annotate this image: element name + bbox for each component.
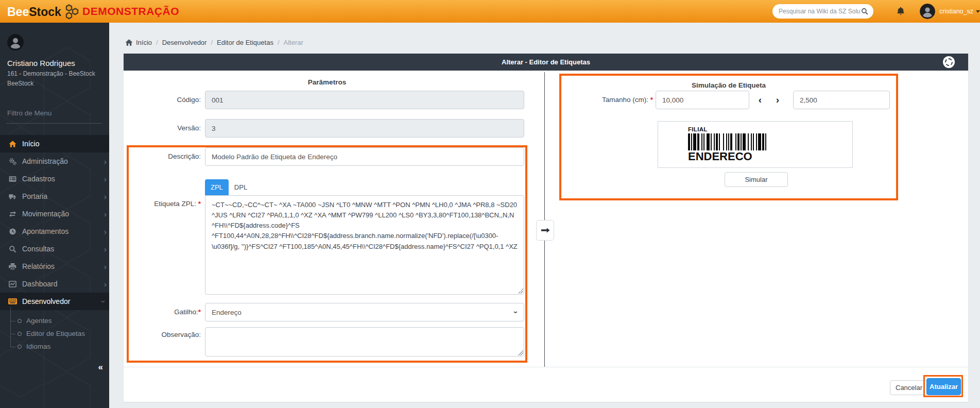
menu-filter-input[interactable]	[6, 107, 102, 124]
required-asterisk: *	[650, 96, 653, 104]
breadcrumb-link-desenvolvedor[interactable]: Desenvolvedor	[162, 39, 207, 46]
printer-icon	[7, 263, 18, 270]
environment-label: DEMONSTRAÇÃO	[82, 5, 179, 18]
panel-divider	[544, 72, 545, 367]
user-menu[interactable]: cristiano_sz	[939, 8, 980, 15]
chevron-right-button[interactable]: ›	[771, 91, 784, 109]
label-language-tabs: ZPL DPL	[205, 179, 253, 195]
sidebar-item-inicio[interactable]: Início	[0, 135, 109, 152]
versao-label: Versão:	[124, 119, 201, 138]
breadcrumb-separator: /	[278, 39, 280, 46]
descricao-label: Descrição:	[124, 147, 201, 166]
circle-bullet-icon	[18, 332, 22, 336]
editor-card: Alterar - Editor de Etiquetas Parâmetros…	[124, 54, 968, 402]
update-button[interactable]: Atualizar	[926, 378, 961, 395]
required-asterisk: *	[198, 200, 201, 208]
sidebar-item-label: Portaria	[22, 192, 47, 200]
sidebar-item-label: Cadastros	[22, 175, 55, 183]
sidebar-item-consultas[interactable]: Consultas›	[0, 240, 109, 258]
sidebar-item-portaria[interactable]: Portaria›	[0, 188, 109, 205]
sidebar: Cristiano Rodrigues 161 - Demonstração -…	[0, 23, 109, 408]
simulate-button[interactable]: Simular	[725, 172, 788, 187]
breadcrumb-link-editor-de-etiquetas[interactable]: Editor de Etiquetas	[217, 39, 273, 46]
sidebar-subitem-editor-de-etiquetas[interactable]: Editor de Etiquetas	[10, 327, 109, 340]
sidebar-user-card: Cristiano Rodrigues 161 - Demonstração -…	[7, 34, 95, 87]
sidebar-item-desenvolvedor[interactable]: Desenvolvedor›	[0, 293, 109, 310]
chevron-down-icon: ›	[512, 311, 521, 314]
chevron-right-icon: ›	[104, 245, 107, 253]
globe-icon[interactable]	[943, 56, 955, 68]
sidebar-item-label: Relatórios	[22, 262, 55, 270]
home-icon	[7, 140, 18, 148]
user-menu-label: cristiano_sz	[939, 8, 973, 15]
chart-icon	[7, 280, 18, 288]
notifications-bell-icon[interactable]	[896, 6, 905, 18]
sidebar-subitem-label: Agentes	[26, 317, 52, 325]
caret-down-icon	[976, 10, 980, 13]
required-asterisk: *	[198, 308, 201, 316]
sidebar-item-cadastros[interactable]: Cadastros›	[0, 170, 109, 188]
label-height-field[interactable]	[793, 91, 890, 109]
transfer-arrow-button[interactable]	[536, 220, 554, 241]
sidebar-user-avatar	[7, 34, 24, 50]
tab-dpl[interactable]: DPL	[229, 179, 253, 195]
gatilho-select[interactable]: Endereço ›	[205, 303, 524, 321]
user-avatar[interactable]	[920, 4, 935, 19]
sidebar-user-company: 161 - Demonstração - BeeStock	[7, 70, 95, 77]
sidebar-subitem-agentes[interactable]: Agentes	[10, 314, 109, 327]
chevron-left-button[interactable]: ‹	[754, 91, 766, 109]
clock-icon	[7, 228, 18, 235]
sidebar-user-system: BeeStock	[7, 80, 95, 87]
observacao-textarea[interactable]	[205, 327, 524, 356]
breadcrumb-link-inicio[interactable]: Início	[125, 39, 152, 46]
chevron-right-icon: ›	[104, 228, 107, 235]
versao-field	[205, 119, 524, 138]
sidebar-submenu-desenvolvedor: AgentesEditor de EtiquetasIdiomas	[10, 310, 109, 353]
brand-logo[interactable]: BeeStock	[7, 4, 81, 20]
barcode-image	[688, 133, 772, 150]
sidebar-subitem-idiomas[interactable]: Idiomas	[10, 340, 109, 353]
codigo-label: Código:	[124, 91, 201, 109]
sidebar-item-relatorios[interactable]: Relatórios›	[0, 258, 109, 275]
chevron-right-icon: ›	[104, 263, 107, 270]
home-icon	[125, 39, 133, 46]
breadcrumb-current: Alterar	[284, 39, 303, 46]
sidebar-item-apontamentos[interactable]: Apontamentos›	[0, 223, 109, 240]
zpl-code-textarea[interactable]: ~CT~~CD,~CC^~CT~ ^XA ~TA000 ~JSN ^LT0 ^M…	[205, 195, 524, 295]
breadcrumb-separator: /	[211, 39, 213, 46]
chevron-right-icon: ›	[104, 158, 107, 165]
honeycomb-icon	[64, 4, 81, 20]
top-header: BeeStock DEMONSTRAÇÃO cristiano_sz	[0, 0, 980, 23]
chevron-right-icon: ›	[104, 280, 107, 288]
tab-zpl[interactable]: ZPL	[205, 179, 229, 195]
sidebar-item-label: Início	[22, 140, 39, 148]
page-title: Alterar - Editor de Etiquetas	[502, 58, 590, 66]
logo-text-bee: Bee	[7, 4, 29, 20]
tamanho-label: Tamanho (cm): *	[564, 91, 653, 109]
sidebar-user-name: Cristiano Rodrigues	[7, 59, 95, 67]
wiki-search[interactable]	[772, 4, 873, 19]
sidebar-item-dashboard[interactable]: Dashboard›	[0, 275, 109, 293]
card-footer: Cancelar Atualizar	[124, 367, 968, 402]
logo-text-stock: Stock	[29, 4, 61, 20]
sidebar-collapse-button[interactable]: «	[98, 362, 103, 372]
exchange-icon	[7, 210, 18, 218]
cancel-button[interactable]: Cancelar	[890, 380, 928, 395]
sidebar-item-label: Administração	[22, 157, 68, 165]
sidebar-subitem-label: Idiomas	[26, 343, 50, 350]
sidebar-item-movimentacao[interactable]: Movimentação›	[0, 205, 109, 223]
search-icon[interactable]	[861, 8, 868, 15]
descricao-field[interactable]	[205, 147, 524, 166]
label-width-field[interactable]	[656, 91, 749, 109]
chevron-down-icon: ›	[100, 300, 108, 303]
breadcrumb: Início/Desenvolvedor/Editor de Etiquetas…	[125, 39, 303, 46]
sidebar-item-label: Movimentação	[22, 210, 69, 218]
sidebar-item-administracao[interactable]: Administração›	[0, 152, 109, 170]
sidebar-item-label: Desenvolvedor	[22, 297, 70, 305]
wiki-search-input[interactable]	[778, 7, 861, 15]
truck-icon	[7, 193, 18, 200]
gatilho-label: Gatilho:*	[124, 303, 201, 321]
sidebar-item-label: Dashboard	[22, 280, 58, 288]
list-icon	[7, 175, 18, 183]
sidebar-item-label: Apontamentos	[22, 227, 68, 235]
